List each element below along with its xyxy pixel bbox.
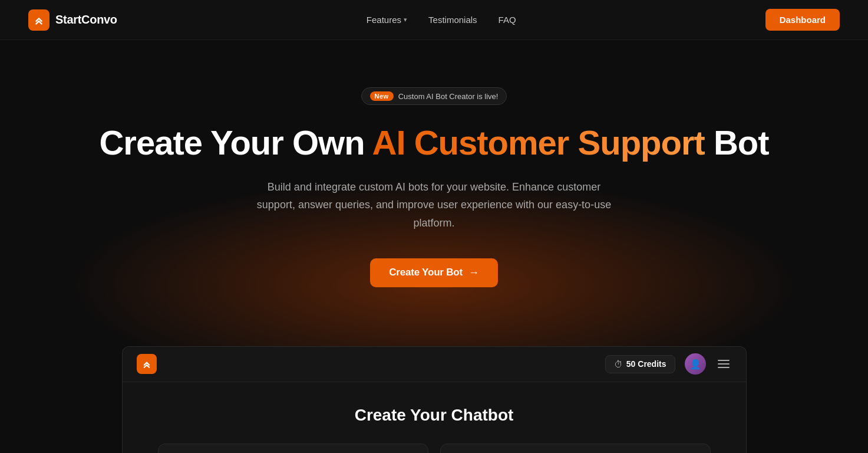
credits-value: 50 Credits (626, 359, 666, 369)
dashboard-content: Create Your Chatbot Create and Fine-tune… (123, 382, 746, 453)
dash-logo-svg (141, 358, 153, 370)
dashboard-cards: Create and Fine-tune Gradient AI Model E… (158, 444, 711, 453)
user-avatar[interactable]: 👤 (685, 353, 706, 375)
menu-line-1 (718, 360, 730, 361)
nav-links: Features ▾ Testimonials FAQ (367, 15, 516, 25)
nav-testimonials[interactable]: Testimonials (428, 15, 477, 25)
demo-card: Demo (440, 444, 711, 453)
nav-logo: StartConvo (28, 9, 117, 31)
hero-title: Create Your Own AI Customer Support Bot (99, 124, 768, 162)
hero-section: New Custom AI Bot Creator is live! Creat… (0, 40, 868, 346)
clock-icon: ⏱ (614, 359, 623, 369)
logo-icon (28, 9, 49, 31)
avatar-image: 👤 (689, 359, 701, 370)
menu-line-2 (718, 363, 730, 365)
navbar: StartConvo Features ▾ Testimonials FAQ D… (0, 0, 868, 40)
nav-faq[interactable]: FAQ (499, 15, 516, 25)
credits-display: ⏱ 50 Credits (605, 355, 675, 373)
dashboard-button[interactable]: Dashboard (765, 9, 840, 31)
dashboard-preview: ⏱ 50 Credits 👤 Create Your Chatbot (122, 346, 747, 453)
dash-page-title: Create Your Chatbot (158, 406, 711, 425)
nav-features[interactable]: Features ▾ (367, 15, 407, 25)
badge-new-label: New (370, 91, 394, 101)
create-model-card: Create and Fine-tune Gradient AI Model E… (158, 444, 428, 453)
logo-text: StartConvo (55, 13, 117, 27)
arrow-icon: → (468, 267, 479, 279)
dashboard-preview-wrapper: ⏱ 50 Credits 👤 Create Your Chatbot (0, 346, 868, 453)
hero-subtitle: Build and integrate custom AI bots for y… (252, 178, 617, 232)
hero-title-part2: Bot (705, 123, 769, 162)
hero-title-gradient: AI Customer Support (372, 123, 705, 162)
dashboard-navbar: ⏱ 50 Credits 👤 (123, 347, 746, 382)
chevron-down-icon: ▾ (404, 16, 407, 24)
hero-title-plain: Create Your Own (99, 123, 372, 162)
menu-line-3 (718, 367, 730, 368)
create-bot-button[interactable]: Create Your Bot → (370, 258, 498, 287)
badge-text: Custom AI Bot Creator is live! (398, 92, 499, 101)
hamburger-menu-icon[interactable] (715, 357, 732, 370)
dash-logo-icon (137, 354, 157, 374)
logo-svg (32, 14, 45, 27)
cta-label: Create Your Bot (389, 267, 463, 278)
dash-nav-right: ⏱ 50 Credits 👤 (605, 353, 732, 375)
hero-badge: New Custom AI Bot Creator is live! (361, 87, 507, 105)
